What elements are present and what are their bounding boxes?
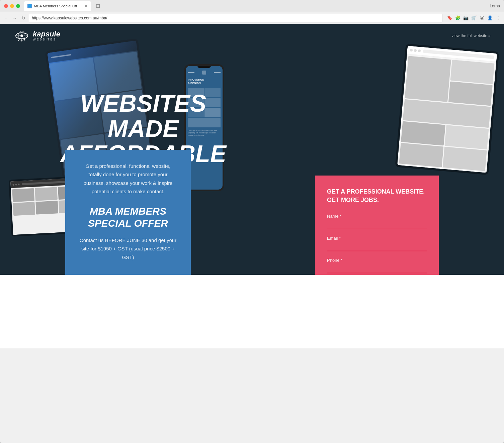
name-label: Name *: [327, 214, 427, 219]
logo-name: kapsule: [33, 30, 60, 38]
phone-label: Phone *: [327, 258, 427, 263]
red-panel: GET A PROFESSIONAL WEBSITE. GET MORE JOB…: [315, 176, 439, 275]
browser-titlebar: 🌐 MBA Members Special Offer | ✕ ⊡ Lorna: [0, 0, 504, 12]
shopping-icon[interactable]: 🛒: [471, 15, 477, 21]
blue-panel: Get a professional, functional website, …: [65, 150, 191, 275]
svg-line-4: [18, 38, 19, 41]
view-full-link[interactable]: view the full website »: [451, 33, 491, 38]
profile-icon[interactable]: 👤: [487, 15, 493, 21]
logo-text: kapsule WEBSITES: [33, 30, 60, 41]
menu-icon[interactable]: ⋮: [495, 15, 501, 21]
tablet-right-screen: [397, 46, 497, 173]
user-label: Lorna: [490, 4, 500, 8]
url-text: https://www.kapsulewebsites.com.au/mba/: [32, 16, 107, 20]
form-headline: GET A PROFESSIONAL WEBSITE. GET MORE JOB…: [327, 188, 427, 204]
refresh-button[interactable]: ↻: [20, 15, 27, 21]
email-label: Email *: [327, 236, 427, 241]
forward-button[interactable]: →: [11, 15, 18, 21]
logo-sub: WEBSITES: [33, 38, 60, 41]
tablet-right-mockup: [395, 44, 499, 175]
new-tab-button[interactable]: ⊡: [94, 2, 102, 10]
website-content: kapsule WEBSITES view the full website »: [0, 24, 504, 348]
maximize-button[interactable]: [16, 4, 20, 8]
svg-line-6: [24, 38, 25, 41]
phone-field-group: Phone *: [327, 258, 427, 273]
logo-icon: [13, 29, 30, 42]
email-field-group: Email *: [327, 236, 427, 251]
tab-title: MBA Members Special Offer |: [34, 4, 81, 8]
extensions-icon[interactable]: 🧩: [454, 15, 461, 21]
hero-line1: WEBSITES: [80, 90, 206, 117]
contact-text: Contact us BEFORE JUNE 30 and get your s…: [79, 236, 177, 262]
hero-section: kapsule WEBSITES view the full website »: [0, 24, 504, 275]
hero-line2: MADE: [108, 115, 179, 142]
offer-title: MBA MEMBERS SPECIAL OFFER: [79, 205, 177, 229]
amazon-icon[interactable]: ⓐ: [479, 15, 485, 21]
phone-notch: [197, 66, 211, 68]
browser-addressbar: ← → ↻ https://www.kapsulewebsites.com.au…: [0, 12, 504, 24]
email-input[interactable]: [327, 243, 427, 251]
white-section: [0, 275, 504, 348]
name-input[interactable]: [327, 221, 427, 229]
address-bar[interactable]: https://www.kapsulewebsites.com.au/mba/: [29, 14, 442, 22]
bookmark-icon[interactable]: 🔖: [446, 15, 453, 21]
name-field-group: Name *: [327, 214, 427, 229]
panel-description: Get a professional, functional website, …: [79, 162, 177, 196]
minimize-button[interactable]: [10, 4, 14, 8]
site-header: kapsule WEBSITES view the full website »: [0, 24, 504, 47]
browser-window: 🌐 MBA Members Special Offer | ✕ ⊡ Lorna …: [0, 0, 504, 443]
window-controls: [4, 4, 20, 8]
logo-area: kapsule WEBSITES: [13, 29, 60, 42]
phone-input[interactable]: [327, 265, 427, 273]
toolbar-icons: 🔖 🧩 📷 🛒 ⓐ 👤 ⋮: [446, 15, 501, 21]
close-button[interactable]: [4, 4, 8, 8]
tab-close-button[interactable]: ✕: [84, 4, 88, 8]
camera-icon[interactable]: 📷: [463, 15, 469, 21]
tab-favicon: 🌐: [27, 4, 32, 8]
back-button[interactable]: ←: [3, 15, 9, 21]
tab-bar: 🌐 MBA Members Special Offer | ✕ ⊡: [24, 1, 490, 11]
active-tab[interactable]: 🌐 MBA Members Special Offer | ✕: [24, 1, 91, 11]
